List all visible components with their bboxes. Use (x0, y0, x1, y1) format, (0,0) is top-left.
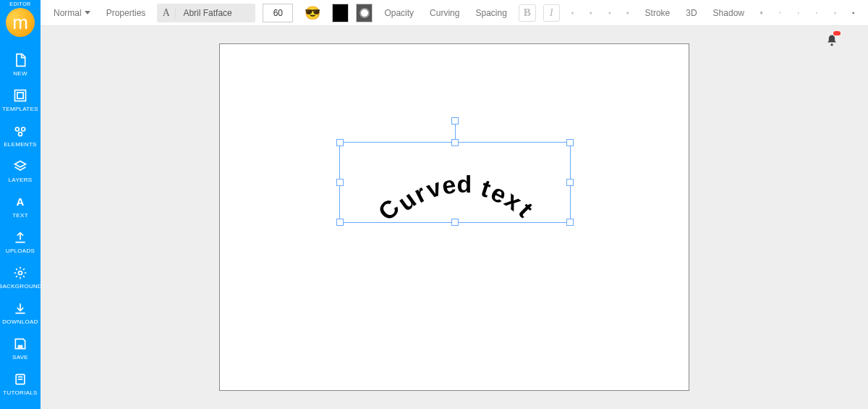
fill-color-swatch[interactable] (332, 4, 349, 22)
rotate-handle[interactable] (451, 117, 459, 125)
resize-handle-tm[interactable] (451, 139, 459, 146)
align-left-icon[interactable] (567, 7, 579, 19)
sidebar-item-new[interactable]: NEW (0, 47, 41, 83)
book-icon (13, 372, 27, 387)
curving-button[interactable]: Curving (425, 5, 464, 21)
svg-text:A: A (17, 195, 25, 208)
resize-handle-ml[interactable] (336, 179, 344, 186)
sidebar: EDITOR m NEW TEMPLATES ELEMENTS LAYERS A… (0, 0, 41, 409)
font-picker[interactable]: A Abril Fatface (157, 4, 255, 22)
font-letter-icon: A (157, 7, 176, 19)
sidebar-item-label: UPLOADS (6, 248, 35, 254)
bold-button[interactable]: B (519, 4, 536, 22)
resize-handle-bm[interactable] (451, 219, 459, 226)
gear-icon (13, 266, 27, 280)
sidebar-item-label: SAVE (12, 354, 28, 360)
resize-handle-mr[interactable] (566, 179, 574, 186)
copy-icon[interactable] (756, 7, 767, 19)
sidebar-item-uploads[interactable]: UPLOADS (0, 224, 41, 260)
layers-icon (13, 159, 27, 174)
sidebar-item-label: TUTORIALS (3, 389, 37, 396)
properties-button[interactable]: Properties (102, 5, 150, 21)
sidebar-item-label: LAYERS (9, 177, 33, 183)
sidebar-item-label: BACKGROUND (0, 283, 42, 290)
spacing-button[interactable]: Spacing (471, 5, 511, 21)
sidebar-item-templates[interactable]: TEMPLATES (0, 83, 41, 118)
design-canvas[interactable]: Curved text (219, 43, 689, 391)
svg-rect-11 (761, 12, 762, 14)
sidebar-item-label: TEXT (12, 212, 28, 219)
circle-icon (359, 8, 370, 18)
resize-handle-bl[interactable] (336, 219, 344, 226)
3d-button[interactable]: 3D (681, 5, 701, 21)
canvas-area: Curved text (41, 26, 868, 409)
svg-point-2 (15, 127, 19, 131)
svg-rect-12 (761, 12, 762, 13)
file-icon (13, 53, 27, 67)
lock-icon[interactable] (830, 7, 841, 19)
italic-button[interactable]: I (543, 4, 560, 22)
emoji-button[interactable]: 😎 (300, 2, 325, 24)
svg-point-3 (22, 127, 25, 131)
align-center-icon[interactable] (585, 7, 597, 19)
align-right-icon[interactable] (604, 7, 616, 19)
arrow-up-icon[interactable] (811, 7, 822, 19)
svg-rect-1 (17, 93, 23, 98)
wand-icon[interactable] (774, 7, 786, 19)
opacity-button[interactable]: Opacity (380, 5, 418, 21)
svg-rect-7 (18, 345, 23, 348)
sidebar-item-layers[interactable]: LAYERS (0, 153, 41, 189)
sidebar-item-background[interactable]: BACKGROUND (0, 260, 41, 295)
app-logo[interactable]: m (6, 8, 35, 37)
close-icon[interactable] (848, 7, 859, 19)
svg-point-4 (19, 132, 22, 136)
sidebar-item-text[interactable]: A TEXT (0, 189, 41, 224)
download-icon (13, 301, 27, 316)
bg-color-swatch[interactable] (356, 4, 373, 22)
sidebar-item-download[interactable]: DOWNLOAD (0, 295, 41, 331)
elements-icon (13, 124, 27, 138)
sidebar-item-tutorials[interactable]: TUTORIALS (0, 366, 41, 402)
top-toolbar: Normal Properties A Abril Fatface 😎 Opac… (41, 0, 868, 26)
text-icon: A (13, 195, 27, 209)
sidebar-item-label: DOWNLOAD (2, 319, 38, 325)
svg-rect-15 (835, 12, 836, 13)
svg-point-6 (19, 271, 22, 275)
curved-text-object[interactable]: Curved text (379, 170, 531, 198)
shadow-button[interactable]: Shadow (709, 5, 749, 21)
sidebar-item-label: TEMPLATES (2, 106, 38, 112)
selection-box[interactable]: Curved text (339, 142, 571, 223)
save-icon (13, 337, 27, 351)
align-justify-icon[interactable] (622, 7, 634, 19)
sidebar-item-save[interactable]: SAVE (0, 331, 41, 366)
svg-rect-0 (15, 90, 26, 101)
stroke-button[interactable]: Stroke (641, 5, 675, 21)
resize-handle-br[interactable] (566, 219, 574, 226)
resize-handle-tr[interactable] (566, 139, 574, 146)
font-size-input[interactable] (263, 4, 293, 22)
editor-tag: EDITOR (9, 1, 30, 7)
resize-handle-tl[interactable] (336, 139, 344, 146)
upload-icon (13, 230, 27, 245)
sidebar-item-elements[interactable]: ELEMENTS (0, 118, 41, 153)
chevron-down-icon (85, 11, 90, 14)
sidebar-item-label: ELEMENTS (4, 141, 37, 148)
sidebar-item-label: NEW (13, 70, 27, 77)
templates-icon (13, 88, 27, 103)
arrow-down-icon[interactable] (793, 7, 804, 19)
font-name-label: Abril Fatface (176, 8, 255, 18)
mode-dropdown[interactable]: Normal (49, 5, 95, 21)
